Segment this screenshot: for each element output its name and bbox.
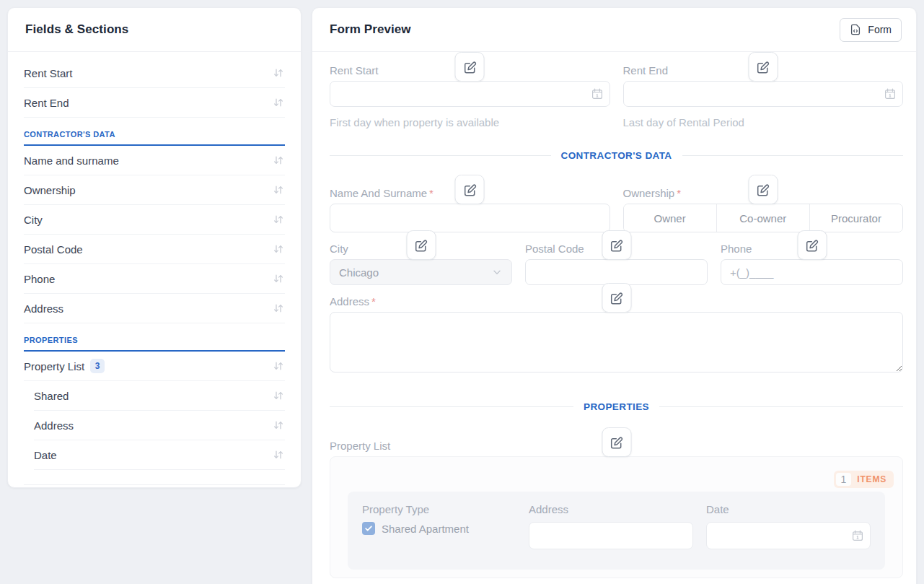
list-item-city[interactable]: City	[24, 205, 285, 235]
list-item-ownership[interactable]: Ownership	[24, 175, 285, 205]
sort-icon[interactable]	[272, 66, 285, 79]
list-item-date[interactable]: Date	[34, 440, 285, 470]
rent-end-field: Rent End Last day of Rental Period	[623, 64, 904, 128]
edit-property-list-button[interactable]	[602, 427, 631, 457]
form-preview-header: Form Preview Form	[312, 8, 916, 52]
calendar-icon[interactable]	[884, 88, 896, 100]
city-field: City Chicago	[330, 243, 512, 285]
sort-icon[interactable]	[272, 96, 285, 109]
list-item-phone[interactable]: Phone	[24, 264, 285, 294]
name-and-surname-field: Name And Surname*	[330, 187, 610, 232]
sort-icon[interactable]	[272, 272, 285, 285]
check-icon	[364, 523, 374, 533]
fields-sections-panel: Fields & Sections Rent Start Rent End CO…	[7, 7, 302, 488]
name-and-surname-input[interactable]	[330, 204, 610, 232]
postal-code-input[interactable]	[525, 259, 708, 285]
list-item-rent-start[interactable]: Rent Start	[24, 58, 285, 88]
edit-name-button[interactable]	[455, 175, 485, 204]
file-code-icon	[850, 24, 861, 35]
list-item-rent-end[interactable]: Rent End	[24, 88, 285, 118]
edit-icon	[463, 61, 476, 74]
phone-input[interactable]	[721, 259, 903, 285]
ownership-option-owner[interactable]: Owner	[624, 204, 716, 232]
property-item-card: Property Type Shared Apartment Address	[348, 492, 885, 570]
sort-icon[interactable]	[272, 154, 285, 167]
address-field: Address*	[330, 295, 903, 375]
property-type-label: Property Type	[362, 503, 516, 515]
item-date-input[interactable]	[706, 522, 871, 549]
rent-start-input[interactable]	[330, 81, 610, 107]
postal-code-field: Postal Code	[525, 243, 708, 285]
required-asterisk: *	[371, 295, 376, 308]
required-asterisk: *	[429, 187, 434, 199]
edit-icon	[463, 183, 476, 196]
section-contractors-data: CONTRACTOR'S DATA	[24, 118, 285, 146]
sort-icon[interactable]	[272, 213, 285, 226]
required-asterisk: *	[677, 187, 681, 199]
property-type-column: Property Type Shared Apartment	[362, 503, 516, 549]
edit-rent-start-button[interactable]	[455, 52, 485, 82]
item-address-input[interactable]	[529, 522, 693, 549]
sort-icon[interactable]	[272, 419, 285, 432]
address-column: Address	[529, 503, 693, 549]
list-item-name-and-surname[interactable]: Name and surname	[24, 146, 285, 175]
chevron-down-icon	[491, 266, 503, 278]
edit-icon	[757, 183, 770, 196]
fields-sections-header: Fields & Sections	[8, 8, 301, 52]
items-count-badge: 1 ITEMS	[834, 471, 894, 488]
edit-city-button[interactable]	[406, 230, 436, 260]
form-preview-panel: Form Preview Form Rent Start Fi	[312, 7, 917, 584]
field-list: Rent Start Rent End CONTRACTOR'S DATA Na…	[8, 52, 301, 485]
sort-icon[interactable]	[272, 448, 285, 461]
property-count-badge: 3	[90, 359, 105, 373]
form-preview-title: Form Preview	[330, 22, 411, 37]
rent-start-field: Rent Start First day when property is av…	[330, 64, 610, 128]
items-text: ITEMS	[857, 474, 886, 484]
list-item-sub-address[interactable]: Address	[34, 411, 285, 440]
edit-icon	[610, 436, 623, 449]
list-item-shared[interactable]: Shared	[34, 381, 285, 411]
fields-sections-title: Fields & Sections	[25, 22, 128, 37]
sort-icon[interactable]	[272, 183, 285, 196]
shared-apartment-label: Shared Apartment	[382, 523, 469, 535]
shared-apartment-checkbox[interactable]	[362, 522, 375, 535]
page: Fields & Sections Rent Start Rent End CO…	[0, 0, 924, 584]
calendar-icon[interactable]	[591, 88, 603, 100]
edit-icon	[610, 292, 623, 305]
list-item-property-list[interactable]: Property List 3	[24, 352, 285, 381]
edit-address-button[interactable]	[602, 283, 631, 313]
items-count: 1	[836, 473, 852, 486]
properties-divider: PROPERTIES	[330, 401, 903, 412]
edit-icon	[806, 239, 819, 252]
edit-icon	[610, 239, 623, 252]
city-select-value: Chicago	[339, 266, 379, 279]
list-item-postal-code[interactable]: Postal Code	[24, 235, 285, 264]
sort-icon[interactable]	[272, 302, 285, 315]
edit-postal-code-button[interactable]	[602, 230, 631, 260]
ownership-option-procurator[interactable]: Procurator	[809, 204, 902, 232]
ownership-options: Owner Co-owner Procurator	[623, 204, 904, 232]
edit-rent-end-button[interactable]	[748, 52, 778, 82]
date-column: Date	[706, 503, 871, 549]
sort-icon[interactable]	[272, 359, 285, 372]
rent-end-input[interactable]	[623, 81, 904, 107]
calendar-icon[interactable]	[852, 530, 863, 541]
item-address-label: Address	[529, 503, 693, 515]
section-properties: PROPERTIES	[24, 323, 285, 352]
address-textarea[interactable]	[330, 312, 903, 372]
list-end-divider	[24, 484, 285, 485]
ownership-option-co-owner[interactable]: Co-owner	[716, 204, 809, 232]
sort-icon[interactable]	[272, 243, 285, 256]
form-button[interactable]: Form	[840, 18, 902, 42]
rent-end-helper: Last day of Rental Period	[623, 116, 904, 128]
edit-phone-button[interactable]	[797, 230, 827, 260]
item-date-label: Date	[706, 503, 871, 515]
phone-field: Phone	[721, 243, 903, 285]
list-item-address[interactable]: Address	[24, 294, 285, 323]
edit-icon	[757, 61, 770, 74]
edit-icon	[415, 239, 428, 252]
city-select[interactable]: Chicago	[330, 259, 512, 285]
edit-ownership-button[interactable]	[748, 175, 778, 204]
sort-icon[interactable]	[272, 389, 285, 402]
contractors-data-divider: CONTRACTOR'S DATA	[330, 150, 903, 161]
